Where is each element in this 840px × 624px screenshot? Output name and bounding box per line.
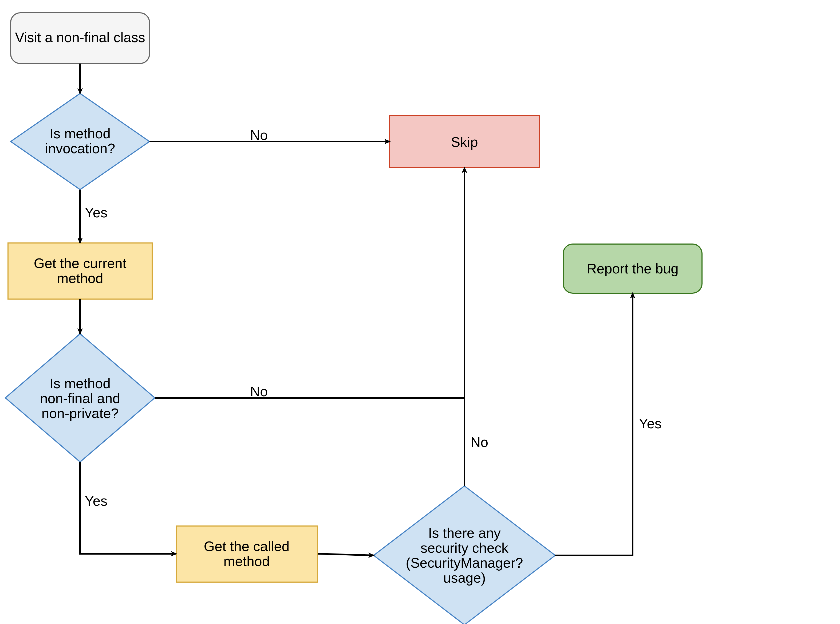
edge-d3-yes — [555, 293, 633, 555]
decision2-line1: Is method — [50, 376, 111, 391]
edge-d2-yes-label: Yes — [85, 493, 108, 509]
edge-d3-yes-label: Yes — [639, 416, 662, 431]
skip-label: Skip — [451, 134, 478, 150]
decision1-line1: Is method — [50, 126, 111, 141]
process-get-current-method: Get the current method — [8, 243, 152, 299]
edge-d3-no-label: No — [470, 434, 488, 450]
process1-line2: method — [57, 270, 103, 286]
decision-security-check: Is there any security check (SecurityMan… — [374, 486, 555, 624]
edge-d1-no-label: No — [250, 127, 268, 143]
edge-d2-no-label: No — [250, 384, 268, 399]
decision-is-method-invocation: Is method invocation? — [11, 93, 150, 190]
process1-line1: Get the current — [34, 255, 126, 271]
decision3-line4: usage) — [443, 570, 486, 585]
decision1-line2: invocation? — [45, 141, 115, 156]
decision3-line3: (SecurityManager? — [406, 555, 523, 571]
decision3-line2: security check — [421, 540, 509, 556]
decision2-line3: non-private? — [42, 406, 119, 421]
decision3-line1: Is there any — [428, 525, 501, 541]
process2-line2: method — [223, 553, 270, 569]
report-node: Report the bug — [563, 244, 702, 293]
decision2-line2: non-final and — [40, 391, 120, 406]
process-get-called-method: Get the called method — [176, 526, 318, 582]
decision-non-final-non-private: Is method non-final and non-private? — [5, 334, 155, 462]
start-label: Visit a non-final class — [15, 29, 145, 45]
edge-d2-no — [155, 168, 464, 398]
process2-line1: Get the called — [204, 539, 290, 554]
start-node: Visit a non-final class — [11, 13, 150, 63]
edge-p2-to-d3 — [318, 554, 374, 555]
report-label: Report the bug — [587, 261, 678, 276]
edge-d1-yes-label: Yes — [85, 205, 108, 220]
skip-node: Skip — [390, 115, 539, 168]
